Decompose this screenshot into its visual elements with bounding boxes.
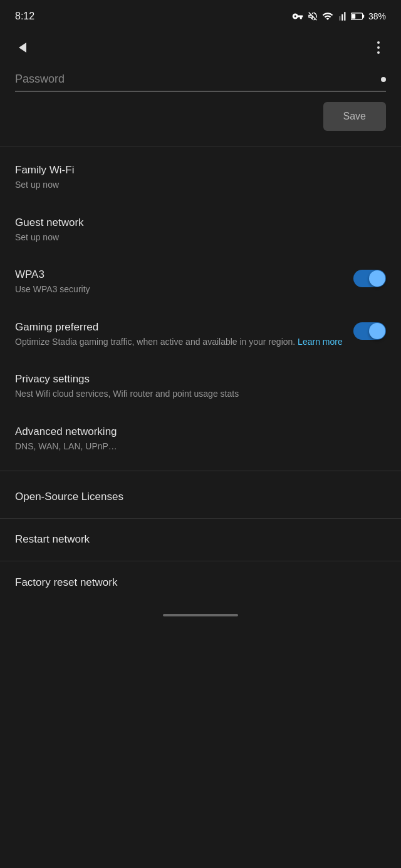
wpa3-text: WPA3 Use WPA3 security [15, 268, 353, 296]
wpa3-subtitle: Use WPA3 security [15, 283, 343, 296]
gaming-toggle-thumb [369, 323, 385, 339]
save-button-row: Save [15, 92, 386, 141]
wpa3-title: WPA3 [15, 268, 343, 281]
family-wifi-title: Family Wi-Fi [15, 164, 376, 176]
svg-rect-2 [352, 14, 355, 19]
wpa3-item[interactable]: WPA3 Use WPA3 security [0, 256, 401, 309]
password-section: Password Save [0, 65, 401, 146]
more-dot-1 [377, 41, 380, 44]
battery-percentage: 38% [368, 11, 386, 21]
advanced-networking-title: Advanced networking [15, 426, 376, 438]
wpa3-toggle-track [353, 270, 386, 287]
wifi-icon [322, 11, 333, 22]
top-bar [0, 30, 401, 65]
gaming-preferred-subtitle-text: Optimize Stadia gaming traffic, when act… [15, 337, 295, 347]
bottom-list: Open-Source Licenses Restart network Fac… [0, 476, 401, 604]
gaming-preferred-text: Gaming preferred Optimize Stadia gaming … [15, 321, 353, 349]
signal-icon [337, 11, 347, 22]
back-icon [19, 43, 26, 53]
open-source-licenses-label: Open-Source Licenses [15, 491, 123, 503]
advanced-networking-item[interactable]: Advanced networking DNS, WAN, LAN, UPnP… [0, 413, 401, 466]
open-source-licenses-item[interactable]: Open-Source Licenses [0, 476, 401, 519]
home-indicator [0, 604, 401, 621]
settings-section: Family Wi-Fi Set up now Guest network Se… [0, 146, 401, 471]
key-icon [292, 11, 303, 22]
more-options-button[interactable] [366, 35, 391, 60]
gaming-toggle-track [353, 322, 386, 340]
learn-more-link[interactable]: Learn more [298, 337, 343, 347]
mute-icon [307, 11, 318, 22]
more-dot-3 [377, 51, 380, 54]
save-button[interactable]: Save [323, 102, 386, 131]
status-icons: 38% [292, 11, 386, 22]
status-bar: 8:12 38% [0, 0, 401, 30]
gaming-preferred-item[interactable]: Gaming preferred Optimize Stadia gaming … [0, 309, 401, 361]
privacy-settings-text: Privacy settings Nest Wifi cloud service… [15, 373, 386, 401]
privacy-settings-item[interactable]: Privacy settings Nest Wifi cloud service… [0, 360, 401, 413]
password-placeholder[interactable]: Password [15, 73, 376, 86]
guest-network-text: Guest network Set up now [15, 217, 386, 244]
battery-icon [351, 12, 365, 21]
family-wifi-item[interactable]: Family Wi-Fi Set up now [0, 151, 401, 204]
gaming-preferred-toggle[interactable] [353, 322, 386, 340]
family-wifi-text: Family Wi-Fi Set up now [15, 164, 386, 191]
guest-network-subtitle: Set up now [15, 232, 376, 244]
advanced-networking-text: Advanced networking DNS, WAN, LAN, UPnP… [15, 426, 386, 453]
advanced-networking-subtitle: DNS, WAN, LAN, UPnP… [15, 441, 376, 453]
gaming-preferred-title: Gaming preferred [15, 321, 343, 334]
guest-network-title: Guest network [15, 217, 376, 229]
restart-network-label: Restart network [15, 533, 90, 546]
factory-reset-network-label: Factory reset network [15, 576, 117, 589]
privacy-settings-subtitle: Nest Wifi cloud services, Wifi router an… [15, 388, 376, 401]
password-input-row: Password [15, 73, 386, 92]
more-dot-2 [377, 46, 380, 49]
section-divider-middle [0, 471, 401, 471]
guest-network-item[interactable]: Guest network Set up now [0, 204, 401, 257]
password-dot-indicator [381, 77, 386, 82]
restart-network-item[interactable]: Restart network [0, 519, 401, 561]
gaming-preferred-subtitle: Optimize Stadia gaming traffic, when act… [15, 336, 343, 349]
home-bar [163, 614, 238, 616]
factory-reset-network-item[interactable]: Factory reset network [0, 561, 401, 604]
family-wifi-subtitle: Set up now [15, 179, 376, 191]
wpa3-toggle[interactable] [353, 270, 386, 287]
status-time: 8:12 [15, 11, 34, 22]
back-button[interactable] [10, 35, 35, 60]
wpa3-toggle-thumb [369, 270, 385, 287]
privacy-settings-title: Privacy settings [15, 373, 376, 385]
svg-rect-1 [363, 14, 364, 18]
